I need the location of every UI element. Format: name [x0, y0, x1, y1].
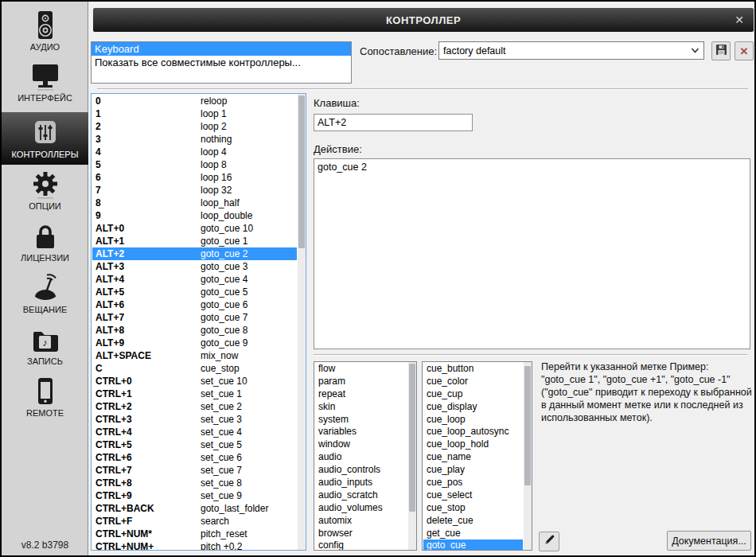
action-group-item[interactable]: param: [315, 376, 407, 388]
close-icon[interactable]: ✕: [735, 14, 744, 26]
key-mapping-row[interactable]: ALT+0 goto_cue 10: [92, 222, 297, 235]
sidebar-item-licenses[interactable]: ЛИЦЕНЗИИ: [2, 220, 88, 271]
group-list-scrollbar[interactable]: [408, 362, 416, 550]
mapping-dropdown[interactable]: factory default: [438, 41, 704, 60]
action-group-item[interactable]: repeat: [315, 388, 407, 401]
key-mapping-row[interactable]: CTRL+NUM* pitch_reset: [92, 528, 297, 540]
key-cell: CTRL+1: [92, 388, 201, 400]
key-mapping-row[interactable]: CTRL+8 set_cue 8: [92, 477, 297, 489]
key-mapping-row[interactable]: ALT+8 goto_cue 8: [92, 324, 297, 337]
action-field-label: Действие:: [314, 143, 362, 155]
key-mapping-row[interactable]: C cue_stop: [92, 362, 297, 375]
action-group-item[interactable]: system: [315, 414, 407, 427]
key-mapping-row[interactable]: ALT+SPACE mix_now: [92, 349, 297, 362]
action-cell: loop 16: [201, 171, 232, 184]
key-mapping-row[interactable]: 9 loop_double: [92, 209, 297, 222]
action-scroll-thumb[interactable]: [524, 366, 531, 485]
edit-action-button[interactable]: [539, 532, 559, 551]
sidebar-item-record[interactable]: ♪ ЗАПИСЬ: [2, 324, 88, 375]
action-name-item[interactable]: cue_play: [423, 464, 523, 477]
action-name-item[interactable]: cue_pos: [423, 477, 523, 489]
key-mapping-row[interactable]: CTRL+2 set_cue 2: [92, 400, 297, 413]
key-mapping-row[interactable]: CTRL+F search: [92, 515, 297, 528]
key-mapping-row[interactable]: CTRL+9 set_cue 9: [92, 489, 297, 502]
key-mapping-row[interactable]: ALT+6 goto_cue 6: [92, 298, 297, 311]
action-name-item[interactable]: cue_name: [423, 451, 523, 464]
controller-listbox[interactable]: KeyboardПоказать все совместимые контрол…: [91, 41, 352, 84]
action-textarea[interactable]: goto_cue 2: [314, 158, 750, 349]
action-group-item[interactable]: automix: [315, 515, 407, 528]
action-list-scrollbar[interactable]: [524, 362, 532, 550]
key-mapping-row[interactable]: ALT+7 goto_cue 7: [92, 311, 297, 324]
key-mapping-row[interactable]: 6 loop 16: [92, 171, 297, 184]
key-mapping-list[interactable]: 0 reloop 1 loop 1 2 loop 2 3 nothing 4 l…: [91, 93, 306, 551]
action-name-item[interactable]: cue_stop: [423, 502, 523, 515]
sidebar-item-broadcast[interactable]: ВЕЩАНИЕ: [2, 272, 88, 323]
key-mapping-row[interactable]: 7 loop 32: [92, 184, 297, 197]
action-group-item[interactable]: skin: [315, 401, 407, 414]
key-mapping-row[interactable]: CTRL+5 set_cue 5: [92, 438, 297, 451]
action-group-item[interactable]: audio_volumes: [315, 502, 407, 515]
save-mapping-button[interactable]: [711, 41, 731, 60]
action-group-item[interactable]: window: [315, 438, 407, 451]
key-mapping-row[interactable]: ALT+1 goto_cue 1: [92, 235, 297, 247]
action-name-item[interactable]: cue_loop_autosync: [423, 426, 523, 438]
key-mapping-row[interactable]: ALT+9 goto_cue 9: [92, 337, 297, 349]
action-group-item[interactable]: audio_controls: [315, 464, 407, 477]
documentation-button[interactable]: Документация...: [667, 531, 751, 551]
action-name-item[interactable]: cue_loop: [423, 414, 523, 427]
action-name-item[interactable]: get_cue: [423, 528, 523, 540]
group-scroll-thumb[interactable]: [409, 364, 415, 512]
key-mapping-row[interactable]: ALT+2 goto_cue 2: [92, 247, 297, 260]
key-mapping-row[interactable]: 0 reloop: [92, 95, 297, 107]
key-mapping-row[interactable]: 3 nothing: [92, 133, 297, 146]
action-name-item[interactable]: cue_display: [423, 401, 523, 414]
key-mapping-row[interactable]: 5 loop 8: [92, 158, 297, 171]
key-mapping-row[interactable]: CTRL+0 set_cue 10: [92, 375, 297, 388]
sidebar-item-audio[interactable]: АУДИО: [2, 10, 88, 60]
key-mapping-row[interactable]: CTRL+BACK goto_last_folder: [92, 502, 297, 515]
key-mapping-row[interactable]: 4 loop 4: [92, 146, 297, 158]
controller-option[interactable]: Показать все совместимые контроллеры...: [92, 56, 351, 69]
action-group-item[interactable]: audio_inputs: [315, 477, 407, 489]
action-name-item[interactable]: cue_loop_hold: [423, 438, 523, 451]
key-cell: ALT+3: [92, 260, 201, 273]
controller-option[interactable]: Keyboard: [92, 42, 351, 56]
sidebar-item-controllers[interactable]: КОНТРОЛЛЕРЫ: [2, 112, 88, 165]
action-cell: loop 32: [201, 184, 232, 197]
key-mapping-row[interactable]: ALT+4 goto_cue 4: [92, 273, 297, 286]
action-group-item[interactable]: browser: [315, 528, 407, 540]
action-name-list[interactable]: cue_buttoncue_colorcue_cupcue_displaycue…: [422, 361, 532, 551]
key-mapping-row[interactable]: 8 loop_half: [92, 197, 297, 209]
action-group-item[interactable]: variables: [315, 426, 407, 438]
action-name-item[interactable]: cue_color: [423, 376, 523, 388]
key-mapping-row[interactable]: CTRL+3 set_cue 3: [92, 413, 297, 426]
keylist-scroll-thumb[interactable]: [298, 95, 305, 248]
key-mapping-row[interactable]: CTRL+7 set_cue 7: [92, 464, 297, 477]
key-input[interactable]: [314, 114, 473, 131]
action-name-item[interactable]: cue_select: [423, 489, 523, 502]
key-mapping-row[interactable]: ALT+3 goto_cue 3: [92, 260, 297, 273]
action-name-item[interactable]: cue_cup: [423, 388, 523, 401]
sidebar-item-interface[interactable]: ИНТЕРФЕЙС: [2, 60, 88, 111]
action-name-item[interactable]: goto_cue: [423, 539, 523, 551]
key-mapping-row[interactable]: CTRL+6 set_cue 6: [92, 451, 297, 464]
key-cell: CTRL+F: [92, 515, 201, 528]
key-mapping-row[interactable]: CTRL+NUM+ pitch +0.2: [92, 540, 297, 551]
delete-mapping-button[interactable]: ✕: [735, 41, 754, 60]
key-mapping-row[interactable]: CTRL+4 set_cue 4: [92, 426, 297, 438]
action-name-item[interactable]: delete_cue: [423, 515, 523, 528]
action-group-item[interactable]: config: [315, 539, 407, 551]
action-group-list[interactable]: flowparamrepeatskinsystemvariableswindow…: [314, 361, 417, 551]
key-mapping-row[interactable]: ALT+5 goto_cue 5: [92, 286, 297, 298]
key-mapping-row[interactable]: 1 loop 1: [92, 107, 297, 120]
action-group-item[interactable]: audio: [315, 451, 407, 464]
action-group-item[interactable]: audio_scratch: [315, 489, 407, 502]
action-group-item[interactable]: flow: [315, 363, 407, 376]
keylist-scrollbar[interactable]: [298, 94, 306, 550]
key-mapping-row[interactable]: CTRL+1 set_cue 1: [92, 388, 297, 400]
key-mapping-row[interactable]: 2 loop 2: [92, 120, 297, 133]
sidebar-item-options[interactable]: ОПЦИИ: [2, 169, 88, 220]
action-name-item[interactable]: cue_button: [423, 363, 523, 376]
sidebar-item-remote[interactable]: REMOTE: [2, 376, 88, 427]
